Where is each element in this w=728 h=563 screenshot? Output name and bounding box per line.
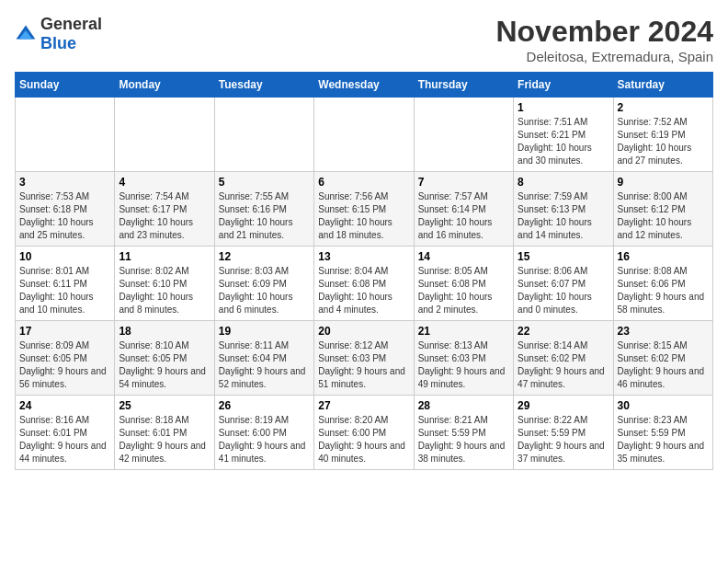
day-info: Sunrise: 8:02 AMSunset: 6:10 PMDaylight:… — [119, 265, 210, 316]
day-info: Sunrise: 8:08 AMSunset: 6:06 PMDaylight:… — [618, 265, 709, 316]
day-number: 4 — [119, 176, 210, 189]
day-number: 27 — [318, 399, 409, 412]
week-row-2: 3Sunrise: 7:53 AMSunset: 6:18 PMDaylight… — [16, 172, 713, 247]
day-number: 26 — [219, 399, 310, 412]
day-cell: 17Sunrise: 8:09 AMSunset: 6:05 PMDayligh… — [16, 321, 115, 396]
week-row-5: 24Sunrise: 8:16 AMSunset: 6:01 PMDayligh… — [16, 396, 713, 470]
day-info: Sunrise: 8:12 AMSunset: 6:03 PMDaylight:… — [318, 339, 409, 391]
day-number: 23 — [618, 325, 709, 338]
day-cell — [115, 98, 214, 172]
calendar-header: SundayMondayTuesdayWednesdayThursdayFrid… — [16, 73, 713, 98]
day-number: 11 — [119, 250, 210, 263]
day-cell: 7Sunrise: 7:57 AMSunset: 6:14 PMDaylight… — [414, 172, 513, 247]
calendar-body: 1Sunrise: 7:51 AMSunset: 6:21 PMDaylight… — [16, 98, 713, 470]
day-info: Sunrise: 8:09 AMSunset: 6:05 PMDaylight:… — [19, 339, 110, 391]
day-cell: 13Sunrise: 8:04 AMSunset: 6:08 PMDayligh… — [314, 247, 414, 321]
day-info: Sunrise: 7:54 AMSunset: 6:17 PMDaylight:… — [119, 190, 210, 242]
day-number: 18 — [119, 325, 210, 338]
logo-general: General — [40, 15, 102, 33]
week-row-4: 17Sunrise: 8:09 AMSunset: 6:05 PMDayligh… — [16, 321, 713, 396]
day-info: Sunrise: 7:59 AMSunset: 6:13 PMDaylight:… — [518, 190, 609, 242]
day-cell: 14Sunrise: 8:05 AMSunset: 6:08 PMDayligh… — [414, 247, 513, 321]
weekday-header-thursday: Thursday — [414, 73, 513, 98]
day-cell: 5Sunrise: 7:55 AMSunset: 6:16 PMDaylight… — [214, 172, 313, 247]
day-number: 29 — [518, 399, 609, 412]
day-cell: 23Sunrise: 8:15 AMSunset: 6:02 PMDayligh… — [613, 321, 712, 396]
weekday-header-saturday: Saturday — [613, 73, 712, 98]
day-info: Sunrise: 8:05 AMSunset: 6:08 PMDaylight:… — [418, 265, 509, 316]
day-number: 7 — [418, 176, 509, 189]
day-number: 20 — [318, 325, 409, 338]
day-info: Sunrise: 7:51 AMSunset: 6:21 PMDaylight:… — [518, 116, 609, 167]
day-cell: 24Sunrise: 8:16 AMSunset: 6:01 PMDayligh… — [16, 396, 115, 470]
day-info: Sunrise: 8:01 AMSunset: 6:11 PMDaylight:… — [19, 265, 110, 316]
day-info: Sunrise: 8:03 AMSunset: 6:09 PMDaylight:… — [219, 265, 310, 316]
day-number: 14 — [418, 250, 509, 263]
day-number: 6 — [318, 176, 409, 189]
day-info: Sunrise: 8:22 AMSunset: 5:59 PMDaylight:… — [518, 414, 609, 465]
day-number: 30 — [618, 399, 709, 412]
day-cell: 4Sunrise: 7:54 AMSunset: 6:17 PMDaylight… — [115, 172, 214, 247]
day-cell: 26Sunrise: 8:19 AMSunset: 6:00 PMDayligh… — [214, 396, 313, 470]
day-info: Sunrise: 8:04 AMSunset: 6:08 PMDaylight:… — [318, 265, 409, 316]
day-info: Sunrise: 8:06 AMSunset: 6:07 PMDaylight:… — [518, 265, 609, 316]
weekday-header-sunday: Sunday — [16, 73, 115, 98]
day-cell — [414, 98, 513, 172]
day-number: 2 — [618, 101, 709, 114]
day-info: Sunrise: 8:10 AMSunset: 6:05 PMDaylight:… — [119, 339, 210, 391]
day-info: Sunrise: 7:52 AMSunset: 6:19 PMDaylight:… — [618, 116, 709, 167]
logo-icon — [15, 23, 37, 45]
day-info: Sunrise: 8:14 AMSunset: 6:02 PMDaylight:… — [518, 339, 609, 391]
day-number: 12 — [219, 250, 310, 263]
day-cell: 9Sunrise: 8:00 AMSunset: 6:12 PMDaylight… — [613, 172, 712, 247]
day-number: 19 — [219, 325, 310, 338]
day-number: 16 — [618, 250, 709, 263]
day-number: 5 — [219, 176, 310, 189]
day-cell: 19Sunrise: 8:11 AMSunset: 6:04 PMDayligh… — [214, 321, 313, 396]
header: General Blue November 2024 Deleitosa, Ex… — [15, 15, 713, 64]
day-number: 24 — [19, 399, 110, 412]
day-number: 13 — [318, 250, 409, 263]
day-cell: 12Sunrise: 8:03 AMSunset: 6:09 PMDayligh… — [214, 247, 313, 321]
month-title: November 2024 — [495, 15, 713, 49]
day-info: Sunrise: 8:00 AMSunset: 6:12 PMDaylight:… — [618, 190, 709, 242]
day-number: 17 — [19, 325, 110, 338]
day-info: Sunrise: 8:23 AMSunset: 5:59 PMDaylight:… — [618, 414, 709, 465]
day-info: Sunrise: 7:55 AMSunset: 6:16 PMDaylight:… — [219, 190, 310, 242]
logo: General Blue — [15, 15, 102, 53]
week-row-1: 1Sunrise: 7:51 AMSunset: 6:21 PMDaylight… — [16, 98, 713, 172]
day-cell: 6Sunrise: 7:56 AMSunset: 6:15 PMDaylight… — [314, 172, 414, 247]
weekday-header-wednesday: Wednesday — [314, 73, 414, 98]
day-cell: 18Sunrise: 8:10 AMSunset: 6:05 PMDayligh… — [115, 321, 214, 396]
day-info: Sunrise: 8:13 AMSunset: 6:03 PMDaylight:… — [418, 339, 509, 391]
day-info: Sunrise: 7:57 AMSunset: 6:14 PMDaylight:… — [418, 190, 509, 242]
week-row-3: 10Sunrise: 8:01 AMSunset: 6:11 PMDayligh… — [16, 247, 713, 321]
title-area: November 2024 Deleitosa, Extremadura, Sp… — [495, 15, 713, 64]
day-cell: 29Sunrise: 8:22 AMSunset: 5:59 PMDayligh… — [514, 396, 613, 470]
day-info: Sunrise: 8:11 AMSunset: 6:04 PMDaylight:… — [219, 339, 310, 391]
day-info: Sunrise: 8:15 AMSunset: 6:02 PMDaylight:… — [618, 339, 709, 391]
day-number: 21 — [418, 325, 509, 338]
day-number: 15 — [518, 250, 609, 263]
day-info: Sunrise: 8:19 AMSunset: 6:00 PMDaylight:… — [219, 414, 310, 465]
day-cell: 27Sunrise: 8:20 AMSunset: 6:00 PMDayligh… — [314, 396, 414, 470]
calendar-table: SundayMondayTuesdayWednesdayThursdayFrid… — [15, 72, 713, 470]
day-cell: 1Sunrise: 7:51 AMSunset: 6:21 PMDaylight… — [514, 98, 613, 172]
day-cell: 25Sunrise: 8:18 AMSunset: 6:01 PMDayligh… — [115, 396, 214, 470]
logo-blue: Blue — [40, 34, 76, 52]
day-number: 1 — [518, 101, 609, 114]
day-number: 3 — [19, 176, 110, 189]
weekday-header-tuesday: Tuesday — [214, 73, 313, 98]
day-number: 10 — [19, 250, 110, 263]
day-number: 8 — [518, 176, 609, 189]
day-info: Sunrise: 8:21 AMSunset: 5:59 PMDaylight:… — [418, 414, 509, 465]
day-info: Sunrise: 7:56 AMSunset: 6:15 PMDaylight:… — [318, 190, 409, 242]
day-cell: 22Sunrise: 8:14 AMSunset: 6:02 PMDayligh… — [514, 321, 613, 396]
day-cell: 21Sunrise: 8:13 AMSunset: 6:03 PMDayligh… — [414, 321, 513, 396]
day-cell: 16Sunrise: 8:08 AMSunset: 6:06 PMDayligh… — [613, 247, 712, 321]
day-cell: 8Sunrise: 7:59 AMSunset: 6:13 PMDaylight… — [514, 172, 613, 247]
day-info: Sunrise: 7:53 AMSunset: 6:18 PMDaylight:… — [19, 190, 110, 242]
weekday-header-friday: Friday — [514, 73, 613, 98]
day-number: 25 — [119, 399, 210, 412]
weekday-header-row: SundayMondayTuesdayWednesdayThursdayFrid… — [16, 73, 713, 98]
